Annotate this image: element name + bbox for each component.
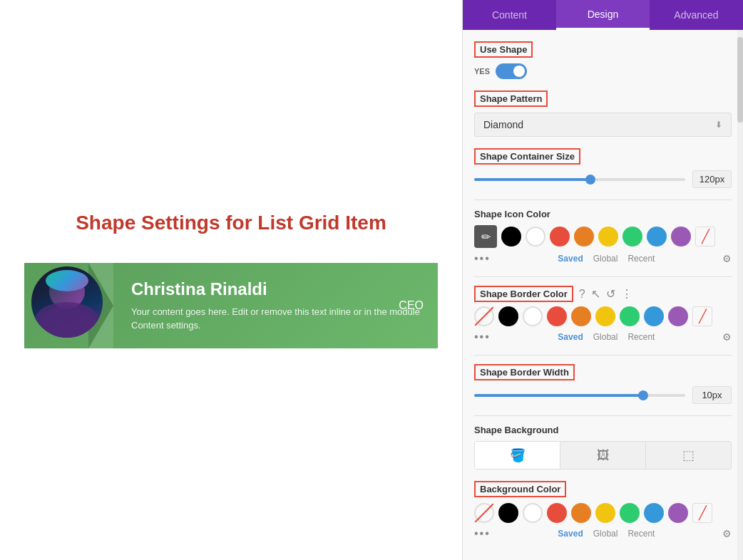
- bg-color-tabs-left: Saved Global Recent: [558, 529, 655, 539]
- border-tab-global[interactable]: Global: [593, 332, 618, 342]
- shape-pattern-select[interactable]: Diamond ⬇: [474, 113, 732, 137]
- shape-pattern-value: Diamond: [483, 119, 523, 130]
- bg-tab-saved[interactable]: Saved: [558, 529, 583, 539]
- color-black[interactable]: [501, 227, 521, 247]
- bg-color-blue[interactable]: [644, 503, 664, 523]
- bg-tab-image[interactable]: 🖼: [560, 442, 646, 469]
- color-red[interactable]: [550, 227, 570, 247]
- color-green[interactable]: [622, 227, 642, 247]
- shape-icon-color-label: Shape Icon Color: [474, 209, 732, 219]
- bg-color-white[interactable]: [523, 503, 543, 523]
- background-color-tabs: ••• Saved Global Recent ⚙: [474, 527, 732, 540]
- right-panel: Content Design Advanced Use Shape YES Sh…: [462, 0, 743, 560]
- avatar-wrapper: [31, 266, 110, 345]
- use-shape-toggle[interactable]: [496, 63, 527, 79]
- bg-color-yellow[interactable]: [595, 503, 615, 523]
- border-color-orange[interactable]: [571, 306, 591, 326]
- border-color-slash-btn[interactable]: ╱: [692, 306, 712, 326]
- border-slider-thumb[interactable]: [638, 390, 648, 400]
- slider-thumb[interactable]: [585, 175, 595, 185]
- tabs-header: Content Design Advanced: [463, 0, 743, 30]
- card-role: CEO: [399, 299, 424, 312]
- scrollbar-thumb[interactable]: [737, 37, 743, 123]
- bg-color-purple[interactable]: [668, 503, 688, 523]
- shape-border-color-section: Shape Border Color ? ↖ ↺ ⋮ ╱: [474, 286, 732, 343]
- color-yellow[interactable]: [598, 227, 618, 247]
- scrollbar[interactable]: [737, 30, 743, 560]
- question-icon[interactable]: ?: [579, 288, 585, 301]
- border-dots-icon[interactable]: •••: [474, 331, 491, 343]
- color-pencil-btn[interactable]: ✏: [474, 225, 497, 248]
- paint-bucket-icon: 🪣: [510, 447, 526, 463]
- shape-border-width-value[interactable]: 10px: [692, 386, 732, 404]
- color-purple[interactable]: [671, 227, 691, 247]
- color-blue[interactable]: [647, 227, 667, 247]
- bg-color-green[interactable]: [620, 503, 640, 523]
- panel-content: Use Shape YES Shape Pattern Diamond ⬇ Sh…: [463, 30, 743, 560]
- shape-icon-color-row: ✏ ╱: [474, 225, 732, 248]
- color-orange[interactable]: [574, 227, 594, 247]
- color-slash-btn[interactable]: ╱: [695, 227, 715, 247]
- border-color-header: Shape Border Color ? ↖ ↺ ⋮: [474, 286, 732, 302]
- tab-content[interactable]: Content: [463, 0, 556, 30]
- border-color-tabs-left: Saved Global Recent: [558, 332, 655, 342]
- toggle-wrapper: YES: [474, 63, 732, 79]
- tab-saved[interactable]: Saved: [558, 254, 583, 264]
- bg-tab-color[interactable]: 🪣: [475, 442, 560, 469]
- shape-pattern-section: Shape Pattern Diamond ⬇: [474, 90, 732, 137]
- border-color-yellow[interactable]: [595, 306, 615, 326]
- bg-color-transparent-btn[interactable]: [474, 503, 494, 523]
- shape-background-label: Shape Background: [474, 425, 732, 435]
- gear-icon[interactable]: ⚙: [722, 253, 732, 264]
- shape-border-color-label: Shape Border Color: [474, 286, 573, 302]
- reset-icon[interactable]: ↺: [606, 287, 615, 301]
- card-container: Christina Rinaldi Your content goes here…: [24, 263, 438, 348]
- shape-border-color-row: ╱: [474, 306, 732, 326]
- background-color-section: Background Color ╱ ••• Saved: [474, 481, 732, 540]
- avatar: [31, 266, 103, 338]
- bg-color-slash-btn[interactable]: ╱: [692, 503, 712, 523]
- border-color-blue[interactable]: [644, 306, 664, 326]
- card-description: Your content goes here. Edit or remove t…: [131, 305, 424, 333]
- more-icon[interactable]: ⋮: [621, 287, 632, 301]
- page-title: Shape Settings for List Grid Item: [76, 212, 386, 234]
- shape-border-width-track[interactable]: [474, 394, 685, 397]
- border-tab-recent[interactable]: Recent: [627, 332, 655, 342]
- background-color-label: Background Color: [474, 481, 566, 497]
- shape-background-section: Shape Background 🪣 🖼 ⬚: [474, 425, 732, 470]
- bg-color-black[interactable]: [498, 503, 518, 523]
- border-color-green[interactable]: [620, 306, 640, 326]
- shape-border-width-label: Shape Border Width: [474, 364, 575, 380]
- color-transparent-btn[interactable]: [474, 306, 494, 326]
- bg-gear-icon[interactable]: ⚙: [722, 528, 732, 539]
- cursor-icon[interactable]: ↖: [591, 287, 600, 301]
- bg-tab-gradient[interactable]: ⬚: [646, 442, 731, 469]
- tab-recent[interactable]: Recent: [627, 254, 655, 264]
- color-white[interactable]: [526, 227, 545, 247]
- tab-advanced[interactable]: Advanced: [650, 0, 743, 30]
- chevron-down-icon: ⬇: [715, 120, 722, 130]
- border-slider-fill: [474, 394, 643, 397]
- border-color-white[interactable]: [523, 306, 543, 326]
- tab-global[interactable]: Global: [593, 254, 618, 264]
- tab-design[interactable]: Design: [556, 0, 650, 30]
- border-gear-icon[interactable]: ⚙: [722, 331, 732, 343]
- border-color-red[interactable]: [547, 306, 567, 326]
- bg-tab-recent[interactable]: Recent: [627, 529, 655, 539]
- bg-color-orange[interactable]: [571, 503, 591, 523]
- bg-tab-global[interactable]: Global: [593, 529, 618, 539]
- bg-dots-icon[interactable]: •••: [474, 527, 491, 540]
- shape-container-size-track[interactable]: [474, 178, 685, 181]
- shape-border-width-section: Shape Border Width 10px: [474, 364, 732, 404]
- shape-icon-color-tabs: ••• Saved Global Recent ⚙: [474, 252, 732, 265]
- use-shape-label: Use Shape: [474, 41, 533, 58]
- bg-color-red[interactable]: [547, 503, 567, 523]
- left-panel: Shape Settings for List Grid Item Christ…: [0, 0, 462, 560]
- shape-container-size-slider-wrapper: 120px: [474, 170, 732, 188]
- shape-container-size-value[interactable]: 120px: [692, 170, 732, 188]
- dots-icon[interactable]: •••: [474, 252, 491, 265]
- border-color-black[interactable]: [498, 306, 518, 326]
- border-tab-saved[interactable]: Saved: [558, 332, 583, 342]
- border-color-purple[interactable]: [668, 306, 688, 326]
- shape-pattern-label: Shape Pattern: [474, 90, 548, 107]
